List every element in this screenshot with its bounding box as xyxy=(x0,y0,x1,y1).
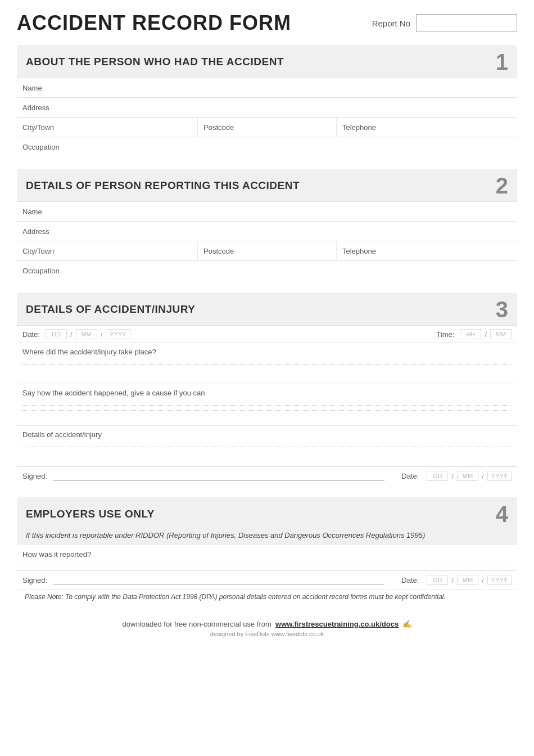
section-2-occupation-row: Occupation xyxy=(17,260,517,280)
section-1: ABOUT THE PERSON WHO HAD THE ACCIDENT 1 … xyxy=(17,45,517,156)
date-label: Date: xyxy=(22,330,40,339)
section-1-city-row: City/Town Postcode Telephone xyxy=(17,117,517,137)
where-answer[interactable] xyxy=(17,357,517,384)
how-answer[interactable] xyxy=(17,398,517,425)
date-mm[interactable]: MM xyxy=(76,329,97,339)
section-1-name-row: Name xyxy=(17,78,517,97)
details-answer[interactable] xyxy=(17,440,517,466)
section-3-header: DETAILS OF ACCIDENT/INJURY 3 xyxy=(17,292,517,325)
section4-signed-label: Signed: xyxy=(22,576,47,584)
riddor-note: If this incident is reportable under RID… xyxy=(17,530,517,544)
section-1-number: 1 xyxy=(496,51,508,73)
signed-label: Signed: xyxy=(22,472,47,480)
date-dd[interactable]: DD xyxy=(46,329,67,339)
report-no-area: Report No xyxy=(372,14,517,32)
section-2-name-field[interactable]: Name xyxy=(17,202,517,221)
section-1-name-field[interactable]: Name xyxy=(17,78,517,97)
section-2-header: DETAILS OF PERSON REPORTING THIS ACCIDEN… xyxy=(17,169,517,201)
where-question: Where did the accident/injury take place… xyxy=(17,343,517,357)
section-4-number: 4 xyxy=(496,503,508,525)
section-2-title: DETAILS OF PERSON REPORTING THIS ACCIDEN… xyxy=(26,179,300,192)
section4-signed-line[interactable] xyxy=(53,575,384,585)
section-4-title: EMPLOYERS USE ONLY xyxy=(26,508,155,520)
how-reported-row: How was it reported? xyxy=(17,544,517,564)
section-4-header: EMPLOYERS USE ONLY 4 xyxy=(17,497,517,530)
section-1-header: ABOUT THE PERSON WHO HAD THE ACCIDENT 1 xyxy=(17,45,517,78)
form-title: ACCIDENT RECORD FORM xyxy=(17,11,291,35)
footer-url[interactable]: www.firstrescuetraining.co.uk/docs xyxy=(275,620,399,628)
section-1-city-field[interactable]: City/Town xyxy=(17,118,198,137)
section-1-telephone-field[interactable]: Telephone xyxy=(337,118,517,137)
section-2-number: 2 xyxy=(496,174,508,197)
section4-yyyy[interactable]: YYYY xyxy=(487,575,512,585)
form-header: ACCIDENT RECORD FORM Report No xyxy=(17,11,517,35)
section4-mm[interactable]: MM xyxy=(457,575,478,585)
signed-line[interactable] xyxy=(53,471,384,481)
section-3: DETAILS OF ACCIDENT/INJURY 3 Date: DD / … xyxy=(17,292,517,485)
time-mm[interactable]: MM xyxy=(490,329,512,339)
section-1-occupation-row: Occupation xyxy=(17,137,517,156)
how-question: Say how the accident happened, give a ca… xyxy=(17,384,517,398)
section4-dd[interactable]: DD xyxy=(427,575,448,585)
signed-dd[interactable]: DD xyxy=(427,471,448,481)
date-yyyy[interactable]: YYYY xyxy=(106,329,130,339)
footer-downloaded-text: downloaded for free non-commercial use f… xyxy=(123,620,271,628)
section-1-postcode-field[interactable]: Postcode xyxy=(198,118,337,137)
section-2-address-row: Address xyxy=(17,221,517,241)
section-4-signed-row: Signed: Date: DD / MM / YYYY xyxy=(17,570,517,589)
signed-mm[interactable]: MM xyxy=(457,471,478,481)
details-question: Details of accident/injury xyxy=(17,425,517,440)
time-label: Time: xyxy=(436,330,454,339)
section-2-address-field[interactable]: Address xyxy=(17,222,517,241)
signed-yyyy[interactable]: YYYY xyxy=(487,471,512,481)
report-no-input[interactable] xyxy=(416,14,517,32)
spacer xyxy=(17,564,517,570)
footer: downloaded for free non-commercial use f… xyxy=(17,620,517,637)
section-1-address-row: Address xyxy=(17,97,517,117)
time-hh[interactable]: HH xyxy=(460,329,481,339)
section-3-number: 3 xyxy=(496,298,508,321)
section-2: DETAILS OF PERSON REPORTING THIS ACCIDEN… xyxy=(17,169,517,280)
section-2-city-row: City/Town Postcode Telephone xyxy=(17,241,517,260)
report-no-label: Report No xyxy=(372,19,410,28)
section4-date-label: Date: xyxy=(401,576,419,584)
section-2-city-field[interactable]: City/Town xyxy=(17,241,198,260)
section-1-title: ABOUT THE PERSON WHO HAD THE ACCIDENT xyxy=(26,56,284,68)
footer-designed: designed by FiveDots www.fivedots.co.uk xyxy=(17,631,517,637)
how-reported-field[interactable]: How was it reported? xyxy=(17,544,517,564)
section-2-telephone-field[interactable]: Telephone xyxy=(337,241,517,260)
section-4: EMPLOYERS USE ONLY 4 If this incident is… xyxy=(17,497,517,606)
section-2-name-row: Name xyxy=(17,201,517,221)
section-3-title: DETAILS OF ACCIDENT/INJURY xyxy=(26,303,196,316)
section-2-occupation-field[interactable]: Occupation xyxy=(17,261,517,280)
section-1-address-field[interactable]: Address xyxy=(17,98,517,117)
privacy-note: Please Note: To comply with the Data Pro… xyxy=(17,589,517,606)
section-3-signed-row: Signed: Date: DD / MM / YYYY xyxy=(17,466,517,485)
section-3-datetime-row: Date: DD / MM / YYYY Time: HH / MM xyxy=(17,325,517,343)
signed-date-label: Date: xyxy=(401,472,419,480)
section-2-postcode-field[interactable]: Postcode xyxy=(198,241,337,260)
section-1-occupation-field[interactable]: Occupation xyxy=(17,137,517,156)
